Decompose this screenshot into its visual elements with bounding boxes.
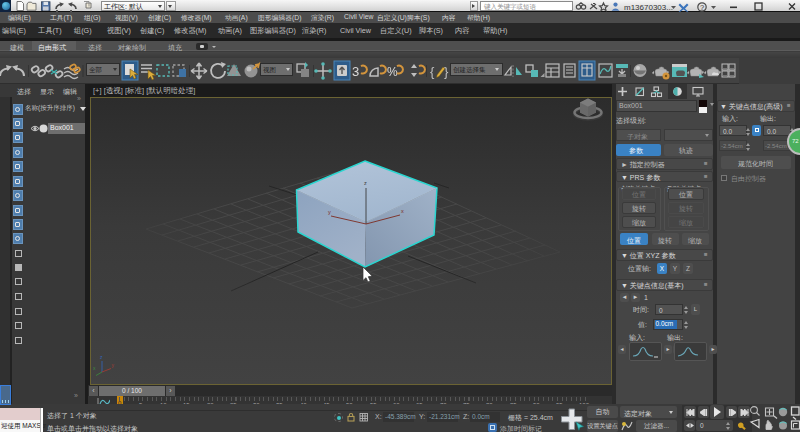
svg-text:}: } bbox=[444, 64, 449, 79]
svg-text:y: y bbox=[112, 362, 115, 368]
svg-text:?: ? bbox=[700, 3, 704, 12]
svg-text:x: x bbox=[93, 365, 96, 371]
svg-text:z: z bbox=[100, 354, 103, 360]
svg-text:z: z bbox=[364, 180, 367, 186]
svg-text:x: x bbox=[401, 208, 404, 214]
svg-text:%: % bbox=[387, 65, 398, 79]
svg-text:3: 3 bbox=[352, 64, 359, 79]
svg-text:{: { bbox=[430, 64, 435, 79]
svg-text:y: y bbox=[328, 209, 331, 215]
svg-text:m13670303...: m13670303... bbox=[624, 3, 673, 12]
